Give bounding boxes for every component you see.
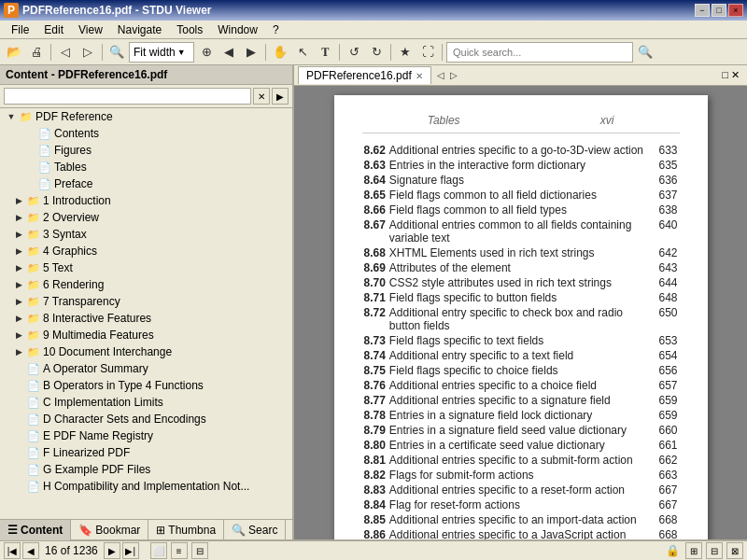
tree-item-ch10[interactable]: ▶ 📁 10 Document Interchange [0,343,292,360]
two-page-button[interactable]: ⊟ [191,542,208,559]
row-number: 8.84 [362,497,388,512]
tree-item-appF[interactable]: 📄 F Linearized PDF [0,444,292,461]
layout-btn-3[interactable]: ⊠ [726,542,743,559]
menu-navigate[interactable]: Navigate [110,21,169,38]
expander-ch1[interactable]: ▶ [11,193,26,208]
row-page: 633 [652,143,680,158]
tab-thumbnail[interactable]: ⊞ Thumbna [148,520,224,540]
tree-label-ch7: 7 Transparency [41,295,120,308]
panel-search-input[interactable] [4,88,251,105]
maximize-button[interactable]: □ [712,4,726,17]
doc-tab-main[interactable]: PDFReference16.pdf ✕ [298,66,431,84]
doc-panel-close-button[interactable]: □ ✕ [722,69,743,81]
expander-ch6[interactable]: ▶ [11,277,26,292]
tree-item-appD[interactable]: 📄 D Character Sets and Encodings [0,411,292,427]
tree-item-ch3[interactable]: ▶ 📁 3 Syntax [0,226,292,243]
pdf-viewer-area[interactable]: Tables xvi 8.62 Additional entries speci… [294,86,747,539]
doc-nav-back-button[interactable]: ◁ [435,70,446,80]
menu-window[interactable]: Window [210,21,265,38]
tab-bookmark[interactable]: 🔖 Bookmar [71,520,148,540]
right-panel: PDFReference16.pdf ✕ ◁ ▷ □ ✕ Tables [294,65,747,539]
select-button[interactable]: ↖ [292,42,313,63]
rotate-left-button[interactable]: ↺ [344,42,364,63]
table-row: 8.86 Additional entries specific to a Ja… [362,527,680,539]
forward-button[interactable]: ▷ [78,42,98,63]
next-page-status-button[interactable]: ▶ [104,542,120,559]
tree-item-appE[interactable]: 📄 E PDF Name Registry [0,427,292,444]
minimize-button[interactable]: − [695,4,710,17]
fullscreen-button[interactable]: ⛶ [417,42,438,63]
layout-btn-1[interactable]: ⊞ [685,542,702,559]
back-button[interactable]: ◁ [55,42,76,63]
expander-ch4[interactable]: ▶ [11,244,26,259]
prev-page-button[interactable]: ◀ [218,42,239,63]
tab-search[interactable]: 🔍 Searc [224,520,286,540]
zoom-in-button[interactable]: ⊕ [196,42,217,63]
tree-item-appB[interactable]: 📄 B Operators in Type 4 Functions [0,377,292,394]
tree-item-figures[interactable]: 📄 Figures [0,142,292,159]
expander-ch5[interactable]: ▶ [11,260,26,275]
last-page-button[interactable]: ▶| [122,542,139,559]
expander-ch9[interactable]: ▶ [11,328,26,343]
tree-item-ch6[interactable]: ▶ 📁 6 Rendering [0,276,292,293]
tree-item-ch2[interactable]: ▶ 📁 2 Overview [0,209,292,226]
single-page-button[interactable]: ⬜ [150,542,167,559]
rotate-right-button[interactable]: ↻ [366,42,387,63]
panel-search-clear-button[interactable]: ✕ [253,88,270,105]
expander-ch2[interactable]: ▶ [11,210,26,225]
tree-label-appE: E PDF Name Registry [41,429,153,442]
close-button[interactable]: × [728,4,743,17]
doc-nav-forward-button[interactable]: ▷ [448,70,459,80]
first-page-button[interactable]: |◀ [4,542,21,559]
tree-item-root[interactable]: ▼ 📁 PDF Reference [0,108,292,125]
text-select-button[interactable]: 𝐓 [315,42,335,63]
quick-search-input[interactable] [446,42,633,63]
row-text: Additional entries specific to an import… [388,512,652,527]
search-button[interactable]: 🔍 [635,42,655,63]
panel-search-submit-button[interactable]: ▶ [272,88,289,105]
hand-tool-button[interactable]: ✋ [270,42,290,63]
tree-item-ch7[interactable]: ▶ 📁 7 Transparency [0,293,292,310]
tree-item-appG[interactable]: 📄 G Example PDF Files [0,461,292,478]
content-tab-label: Content [21,524,63,537]
menu-view[interactable]: View [71,21,110,38]
table-row: 8.70 CSS2 style attributes used in rich … [362,275,680,290]
menu-tools[interactable]: Tools [169,21,210,38]
expander-ch10[interactable]: ▶ [11,344,26,359]
layout-btn-2[interactable]: ⊟ [706,542,723,559]
menu-edit[interactable]: Edit [36,21,71,38]
expander-root[interactable]: ▼ [4,109,19,124]
bookmark-button[interactable]: ★ [395,42,416,63]
tree-item-appH[interactable]: 📄 H Compatibility and Implementation Not… [0,478,292,495]
menu-file[interactable]: File [4,21,36,38]
open-button[interactable]: 📂 [4,42,24,63]
next-page-button[interactable]: ▶ [241,42,261,63]
prev-page-status-button[interactable]: ◀ [22,542,39,559]
doc-tab-close-icon[interactable]: ✕ [416,71,423,81]
row-text: Additional entries specific to a choice … [388,378,652,393]
tab-content[interactable]: ☰ Content [0,520,71,540]
print-button[interactable]: 🖨 [26,42,47,63]
continuous-page-button[interactable]: ≡ [171,542,188,559]
tree-item-ch5[interactable]: ▶ 📁 5 Text [0,259,292,276]
expander-ch7[interactable]: ▶ [11,294,26,309]
tree-item-ch9[interactable]: ▶ 📁 9 Multimedia Features [0,327,292,343]
tree-item-ch8[interactable]: ▶ 📁 8 Interactive Features [0,310,292,327]
tree-item-tables[interactable]: 📄 Tables [0,159,292,175]
tree-label-appC: C Implementation Limits [41,396,163,409]
tree-item-ch4[interactable]: ▶ 📁 4 Graphics [0,243,292,259]
row-number: 8.69 [362,260,388,275]
tree-item-appC[interactable]: 📄 C Implementation Limits [0,394,292,411]
row-page: 662 [652,453,680,468]
menu-help[interactable]: ? [265,21,287,38]
tree-item-preface[interactable]: 📄 Preface [0,175,292,192]
fit-mode-dropdown[interactable]: Fit width ▼ [129,42,194,63]
expander-ch3[interactable]: ▶ [11,227,26,242]
row-page: 668 [652,512,680,527]
expander-ch8[interactable]: ▶ [11,311,26,326]
tree-item-contents[interactable]: 📄 Contents [0,125,292,142]
tree-item-ch1[interactable]: ▶ 📁 1 Introduction [0,192,292,209]
thumbnail-tab-icon: ⊞ [156,524,165,537]
tree-item-appA[interactable]: 📄 A Operator Summary [0,360,292,377]
zoom-out-button[interactable]: 🔍 [106,42,127,63]
